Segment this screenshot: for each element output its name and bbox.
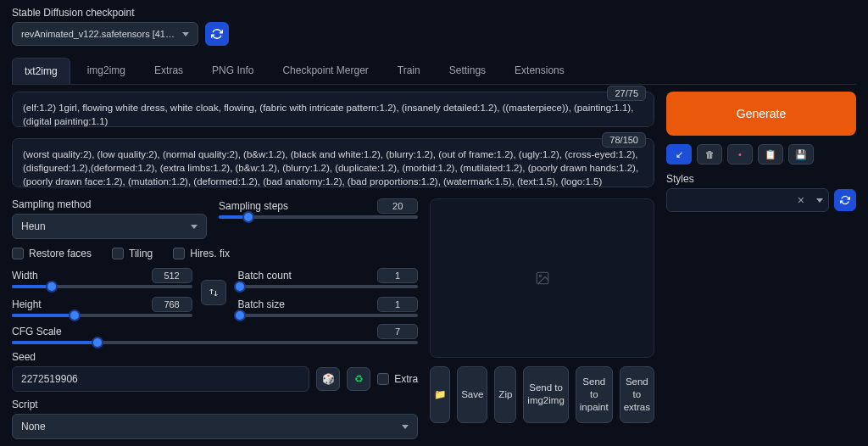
cfg-scale-label: CFG Scale <box>12 326 62 337</box>
zip-button[interactable]: Zip <box>494 366 516 423</box>
clipboard-button[interactable]: 📋 <box>758 144 783 164</box>
cfg-scale-slider[interactable] <box>12 341 418 344</box>
trash-icon: 🗑 <box>705 149 715 159</box>
refresh-icon <box>211 28 223 40</box>
checkpoint-section: Stable Diffusion checkpoint revAnimated_… <box>12 7 856 46</box>
prompt-token-counter: 27/75 <box>607 86 646 101</box>
tab-train[interactable]: Train <box>386 58 432 84</box>
dice-icon: 🎲 <box>322 373 335 385</box>
hires-fix-label: Hires. fix <box>190 248 230 259</box>
tab-img2img[interactable]: img2img <box>75 58 137 84</box>
tab-extensions[interactable]: Extensions <box>503 58 576 84</box>
output-preview <box>430 198 654 358</box>
negative-prompt-input[interactable] <box>12 138 654 187</box>
send-to-inpaint-button[interactable]: Send to inpaint <box>576 366 613 423</box>
save-button[interactable]: Save <box>457 366 487 423</box>
width-label: Width <box>12 270 38 282</box>
swap-icon <box>209 287 219 298</box>
tab-settings[interactable]: Settings <box>437 58 498 84</box>
sampling-method-select[interactable]: Heun <box>12 214 207 239</box>
script-label: Script <box>12 399 418 410</box>
image-placeholder-icon <box>535 270 550 286</box>
open-folder-button[interactable]: 📁 <box>430 366 450 423</box>
sampling-method-label: Sampling method <box>12 198 207 210</box>
refresh-styles-button[interactable] <box>834 189 856 211</box>
send-to-extras-button[interactable]: Send to extras <box>620 366 654 423</box>
generate-button[interactable]: Generate <box>666 92 856 136</box>
clipboard-icon: 📋 <box>765 149 776 160</box>
height-value[interactable]: 768 <box>152 297 192 312</box>
tiling-label: Tiling <box>129 248 153 259</box>
cfg-scale-value[interactable]: 7 <box>377 324 418 339</box>
sampling-steps-slider[interactable] <box>219 215 418 219</box>
tiling-checkbox[interactable] <box>112 248 124 259</box>
svg-point-1 <box>539 275 541 276</box>
batch-size-label: Batch size <box>238 298 285 310</box>
save-style-button[interactable]: 💾 <box>788 144 814 164</box>
refresh-icon <box>840 195 850 205</box>
chevron-down-icon <box>191 225 198 229</box>
hires-fix-checkbox[interactable] <box>173 248 185 259</box>
tab-txt2img[interactable]: txt2img <box>12 58 70 84</box>
tab-pnginfo[interactable]: PNG Info <box>200 58 265 84</box>
seed-label: Seed <box>12 351 418 363</box>
extra-seed-checkbox[interactable] <box>377 373 389 385</box>
chevron-down-icon <box>402 425 409 429</box>
batch-size-value[interactable]: 1 <box>377 297 418 312</box>
styles-label: Styles <box>666 173 856 185</box>
chevron-down-icon <box>816 198 823 203</box>
restore-faces-label: Restore faces <box>29 248 92 259</box>
seed-input[interactable] <box>12 366 309 392</box>
styles-select[interactable]: × <box>666 188 829 212</box>
tab-extras[interactable]: Extras <box>142 58 195 84</box>
chevron-down-icon <box>182 32 189 36</box>
random-seed-button[interactable]: 🎲 <box>316 367 340 391</box>
restore-faces-checkbox[interactable] <box>12 248 24 259</box>
script-value: None <box>21 421 46 432</box>
batch-size-slider[interactable] <box>238 314 419 317</box>
extra-networks-button[interactable]: • <box>727 144 753 164</box>
width-slider[interactable] <box>12 285 192 288</box>
script-select[interactable]: None <box>12 414 418 439</box>
swap-dimensions-button[interactable] <box>201 280 226 305</box>
width-value[interactable]: 512 <box>152 268 192 283</box>
batch-count-slider[interactable] <box>238 285 419 288</box>
reuse-seed-button[interactable]: ♻ <box>347 367 370 391</box>
apply-prompt-button[interactable]: ↙ <box>666 144 692 164</box>
height-label: Height <box>12 298 42 310</box>
tab-checkpoint-merger[interactable]: Checkpoint Merger <box>270 58 380 84</box>
checkpoint-label: Stable Diffusion checkpoint <box>12 7 856 19</box>
sampling-steps-value[interactable]: 20 <box>377 198 418 214</box>
checkpoint-value: revAnimated_v122.safetensors [4199bcdd14… <box>21 29 175 39</box>
folder-icon: 📁 <box>434 388 446 401</box>
clear-styles-icon[interactable]: × <box>798 193 804 207</box>
send-to-img2img-button[interactable]: Send to img2img <box>523 366 568 423</box>
arrow-icon: ↙ <box>676 149 683 160</box>
main-tabs: txt2img img2img Extras PNG Info Checkpoi… <box>12 58 856 85</box>
batch-count-value[interactable]: 1 <box>377 268 418 283</box>
recycle-icon: ♻ <box>354 373 364 385</box>
negative-prompt-token-counter: 78/150 <box>602 132 646 148</box>
dot-icon: • <box>738 149 742 159</box>
clear-prompt-button[interactable]: 🗑 <box>697 144 722 164</box>
sampling-steps-label: Sampling steps <box>219 200 288 212</box>
sampling-method-value: Heun <box>21 220 46 232</box>
height-slider[interactable] <box>12 314 192 317</box>
batch-count-label: Batch count <box>238 270 292 282</box>
extra-seed-label: Extra <box>394 373 418 385</box>
checkpoint-select[interactable]: revAnimated_v122.safetensors [4199bcdd14… <box>12 22 198 46</box>
prompt-input[interactable] <box>12 92 654 127</box>
refresh-checkpoint-button[interactable] <box>205 22 229 46</box>
save-icon: 💾 <box>795 149 807 160</box>
